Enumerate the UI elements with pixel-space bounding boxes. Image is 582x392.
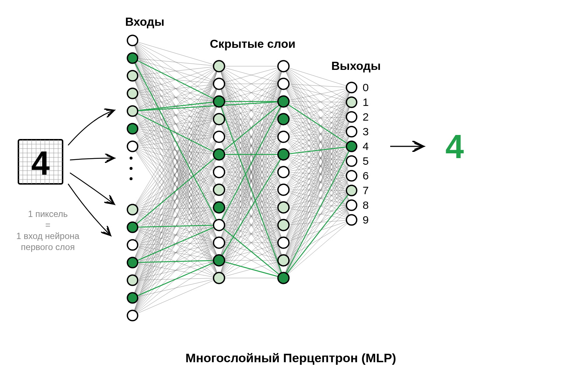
svg-line-88 [133, 66, 219, 129]
hidden1-neuron-12 [214, 272, 225, 284]
output-neuron-2 [346, 112, 357, 122]
svg-line-414 [283, 88, 352, 137]
input-neuron-13 [127, 310, 138, 321]
hidden2-neuron-6 [278, 167, 289, 178]
hidden2-neuron-2 [278, 96, 289, 107]
hidden2-neuron-12 [278, 272, 289, 284]
result-digit: 4 [445, 128, 464, 165]
output-label-2: 2 [363, 111, 369, 123]
diagram-canvas: 4 1 пиксель = 1 вход нейрона первого сло… [0, 0, 582, 392]
svg-line-473 [283, 220, 352, 225]
output-label-8: 8 [363, 199, 369, 211]
pixel-caption: 1 пиксель = 1 вход нейрона первого слоя [16, 209, 80, 252]
svg-line-404 [283, 88, 352, 119]
input-image: 4 [18, 140, 63, 184]
output-labels-group: 0123456789 [363, 81, 369, 226]
hidden2-neuron-9 [278, 220, 289, 231]
input-ellipsis [130, 157, 133, 180]
output-label-1: 1 [363, 96, 369, 108]
input-neuron-10 [127, 257, 138, 268]
svg-line-467 [283, 132, 352, 225]
svg-point-529 [130, 177, 133, 180]
hidden2-neuron-8 [278, 202, 289, 213]
input-neuron-4 [127, 106, 138, 116]
output-neuron-6 [346, 171, 357, 181]
input-neuron-2 [127, 71, 138, 81]
input-neuron-1 [127, 53, 138, 63]
svg-line-415 [283, 102, 352, 137]
edges-group [133, 40, 352, 316]
svg-line-503 [283, 220, 352, 278]
hidden2-neuron-11 [278, 255, 289, 266]
hidden-label: Скрытые слои [210, 37, 296, 50]
svg-line-386 [283, 84, 352, 117]
input-neuron-6 [127, 141, 138, 152]
svg-line-495 [283, 102, 352, 278]
svg-line-479 [283, 161, 352, 243]
hidden1-neuron-10 [214, 237, 225, 248]
hidden1-neuron-7 [214, 184, 225, 195]
input-arrows [68, 110, 114, 235]
svg-line-416 [283, 117, 352, 137]
output-label-7: 7 [363, 184, 369, 196]
hidden2-neuron-5 [278, 149, 289, 160]
svg-text:1 вход нейрона: 1 вход нейрона [16, 231, 80, 241]
svg-text:1 пиксель: 1 пиксель [28, 209, 68, 219]
input-neuron-0 [127, 35, 138, 46]
svg-line-491 [283, 190, 352, 260]
outputs-label: Выходы [331, 59, 381, 72]
svg-line-471 [283, 190, 352, 225]
svg-text:=: = [45, 220, 50, 230]
output-label-5: 5 [363, 155, 369, 167]
output-neuron-5 [346, 156, 357, 166]
input-neuron-3 [127, 88, 138, 99]
svg-line-500 [283, 176, 352, 278]
diagram-title: Многослойный Перцептрон (MLP) [186, 351, 396, 365]
svg-line-483 [283, 220, 352, 243]
inputs-label: Входы [125, 15, 164, 28]
svg-line-462 [283, 205, 352, 207]
output-neuron-8 [346, 200, 357, 210]
hidden2-neuron-10 [278, 237, 289, 248]
svg-line-445 [283, 102, 352, 190]
output-label-0: 0 [363, 81, 369, 93]
output-neuron-1 [346, 97, 357, 107]
hidden1-neuron-3 [214, 114, 225, 125]
hidden1-neuron-5 [214, 149, 225, 160]
output-label-9: 9 [363, 214, 369, 226]
input-neuron-5 [127, 124, 138, 134]
input-neuron-12 [127, 293, 138, 303]
svg-line-472 [283, 205, 352, 225]
svg-point-527 [130, 157, 133, 160]
input-digit: 4 [31, 145, 50, 182]
hidden2-neuron-7 [278, 184, 289, 195]
hidden2-neuron-4 [278, 131, 289, 142]
svg-line-399 [283, 101, 352, 161]
hidden1-neuron-0 [214, 61, 225, 72]
output-neuron-3 [346, 126, 357, 137]
hidden1-neuron-9 [214, 220, 225, 231]
hidden1-neuron-1 [214, 78, 225, 89]
output-neuron-9 [346, 215, 357, 225]
svg-line-377 [283, 66, 352, 132]
hidden1-neuron-6 [214, 167, 225, 178]
svg-line-505 [133, 58, 219, 225]
input-neuron-11 [127, 275, 138, 285]
output-label-6: 6 [363, 170, 369, 182]
svg-line-504 [133, 58, 219, 101]
svg-point-528 [130, 167, 133, 170]
hidden1-neuron-4 [214, 131, 225, 142]
output-neuron-7 [346, 185, 357, 196]
output-neuron-0 [346, 82, 357, 93]
input-neuron-7 [127, 204, 138, 215]
input-neuron-8 [127, 222, 138, 232]
output-label-4: 4 [363, 140, 369, 152]
svg-text:первого слоя: первого слоя [21, 242, 75, 252]
hidden2-neuron-1 [278, 78, 289, 89]
output-neuron-4 [346, 141, 357, 152]
svg-line-494 [283, 88, 352, 278]
hidden2-neuron-3 [278, 114, 289, 125]
input-neuron-9 [127, 240, 138, 250]
output-label-3: 3 [363, 125, 369, 138]
hidden1-neuron-8 [214, 202, 225, 213]
